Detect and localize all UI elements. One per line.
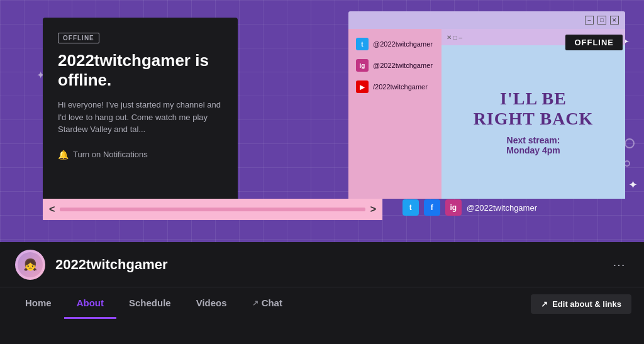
facebook-social-icon[interactable]: f <box>424 199 440 216</box>
youtube-icon: ▶ <box>356 80 369 93</box>
avatar-inner: 👧 <box>18 252 43 277</box>
social-bar: t f ig @2022twitchgamer <box>402 199 537 216</box>
tab-schedule-label: Schedule <box>129 297 171 308</box>
tab-about-label: About <box>77 297 104 308</box>
external-link-icon: ↗ <box>252 299 258 308</box>
tab-chat[interactable]: ↗ Chat <box>240 289 295 319</box>
more-options-button[interactable]: ⋯ <box>609 255 629 275</box>
back-title: I'LL BE RIGHT BACK <box>474 89 594 129</box>
twitter-handle: @2022twitchgamer <box>373 40 433 48</box>
window-close[interactable]: ✕ <box>610 16 619 25</box>
back-panel-title-text: ✕ □ – <box>447 34 462 41</box>
nav-tabs-left: Home About Schedule Videos ↗ Chat <box>13 289 295 319</box>
offline-top-right-badge: OFFLINE <box>565 35 623 50</box>
hero-banner: OFFLINE 2022twitchgamer is offline. Hi e… <box>0 0 644 242</box>
offline-card: OFFLINE 2022twitchgamer is offline. Hi e… <box>43 18 238 203</box>
twitter-icon: t <box>356 38 369 50</box>
marquee-prev[interactable]: < <box>49 204 55 215</box>
edit-about-links-label: Edit about & links <box>552 299 621 309</box>
youtube-handle: /2022twitchgamer <box>373 83 428 91</box>
tab-home[interactable]: Home <box>13 289 64 319</box>
bottom-bar: 👧 2022twitchgamer ⋯ Home About Schedule … <box>0 242 644 344</box>
tab-videos-label: Videos <box>196 297 227 308</box>
avatar-character: 👧 <box>23 258 37 272</box>
instagram-social-icon[interactable]: ig <box>445 199 462 216</box>
notification-label: Turn on Notifications <box>73 150 148 159</box>
sparkle-icon-2: ✦ <box>628 178 638 192</box>
instagram-handle: @2022twitchgamer <box>373 62 433 69</box>
back-content: I'LL BE RIGHT BACK Next stream: Monday 4… <box>441 45 625 199</box>
twitter-social-icon[interactable]: t <box>402 199 419 216</box>
instagram-link[interactable]: ig @2022twitchgamer <box>356 59 434 72</box>
links-sidebar: t @2022twitchgamer ig @2022twitchgamer ▶… <box>348 29 441 199</box>
youtube-link[interactable]: ▶ /2022twitchgamer <box>356 80 434 93</box>
back-panel: ✕ □ – I'LL BE RIGHT BACK Next stream: Mo… <box>441 29 625 199</box>
channel-name: 2022twitchgamer <box>55 257 599 273</box>
hero-dot-1 <box>625 138 635 148</box>
window-title-bar: – □ ✕ <box>348 11 625 29</box>
marquee-next[interactable]: > <box>370 204 376 215</box>
nav-tabs: Home About Schedule Videos ↗ Chat ↗ Edit… <box>0 287 644 320</box>
notification-button[interactable]: 🔔 Turn on Notifications <box>58 150 223 160</box>
instagram-icon: ig <box>356 59 369 72</box>
edit-icon: ↗ <box>541 299 548 309</box>
channel-header: 👧 2022twitchgamer ⋯ <box>0 242 644 287</box>
social-handle: @2022twitchgamer <box>467 203 537 213</box>
offline-title: 2022twitchgamer is offline. <box>58 51 223 90</box>
back-subtitle: Next stream: Monday 4pm <box>506 135 560 155</box>
tab-about[interactable]: About <box>64 289 116 319</box>
right-panel: t @2022twitchgamer ig @2022twitchgamer ▶… <box>348 29 625 199</box>
tab-home-label: Home <box>25 297 52 308</box>
offline-badge: OFFLINE <box>58 33 99 43</box>
twitter-link[interactable]: t @2022twitchgamer <box>356 38 434 50</box>
window-maximize[interactable]: □ <box>597 16 606 25</box>
tab-videos[interactable]: Videos <box>184 289 240 319</box>
tab-schedule[interactable]: Schedule <box>116 289 184 319</box>
bell-icon: 🔔 <box>58 150 69 160</box>
edit-about-links-button[interactable]: ↗ Edit about & links <box>531 294 631 314</box>
marquee-track <box>60 208 365 211</box>
tab-chat-label: Chat <box>262 297 282 308</box>
marquee-bar: < > <box>43 199 382 220</box>
window-minimize[interactable]: – <box>585 16 594 25</box>
avatar: 👧 <box>15 250 45 280</box>
offline-description: Hi everyone! I've just started my channe… <box>58 99 223 136</box>
